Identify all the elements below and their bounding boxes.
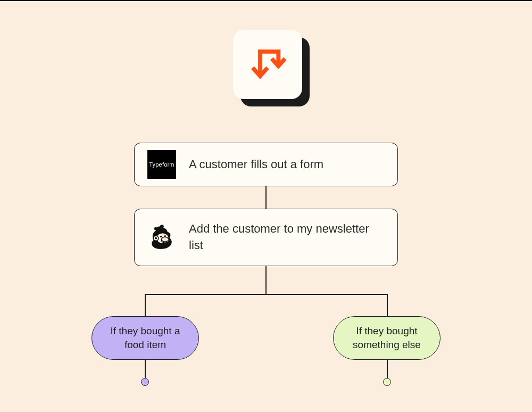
svg-point-3 xyxy=(164,235,166,237)
branch-label: If they bought something else xyxy=(348,324,425,351)
step-mailchimp: Add the customer to my newsletter list xyxy=(134,209,398,266)
connector xyxy=(265,266,267,294)
icon-card xyxy=(233,30,302,99)
flow-diagram: Typeform A customer fills out a form xyxy=(0,1,532,412)
mailchimp-icon xyxy=(147,223,176,252)
step-typeform: Typeform A customer fills out a form xyxy=(134,143,398,186)
typeform-icon: Typeform xyxy=(147,150,176,179)
branch-label: If they bought a food item xyxy=(107,324,184,351)
branch-condition-left: If they bought a food item xyxy=(92,316,199,360)
connector xyxy=(387,294,388,316)
connector xyxy=(145,294,146,316)
svg-point-2 xyxy=(160,236,162,237)
branch-arrows-icon xyxy=(247,44,288,85)
typeform-label: Typeform xyxy=(149,161,174,168)
connector xyxy=(387,360,388,378)
endpoint-dot xyxy=(383,378,391,386)
connector xyxy=(265,186,267,209)
branch-condition-right: If they bought something else xyxy=(333,316,440,360)
connector xyxy=(145,360,146,378)
step-text: A customer fills out a form xyxy=(189,156,323,173)
step-text: Add the customer to my newsletter list xyxy=(189,221,385,254)
svg-point-5 xyxy=(155,237,157,240)
connector xyxy=(145,294,387,295)
endpoint-dot xyxy=(141,378,149,386)
